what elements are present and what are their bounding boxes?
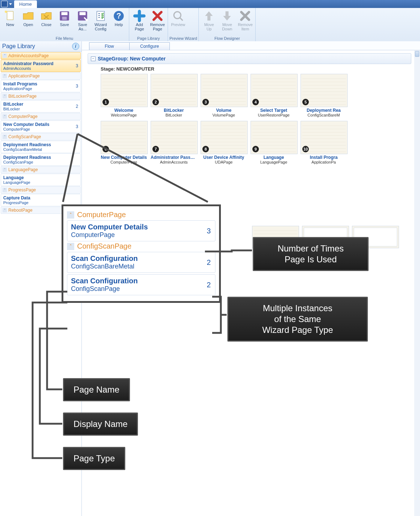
- leader-lines: [0, 0, 420, 516]
